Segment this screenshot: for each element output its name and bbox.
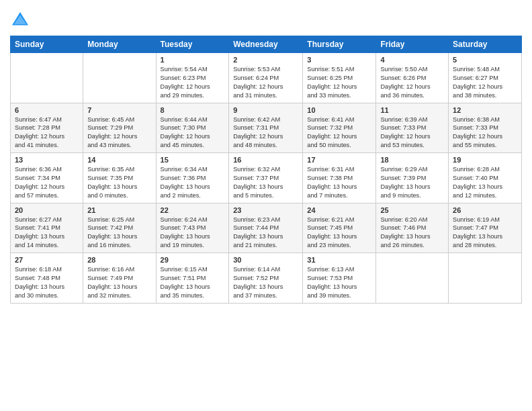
- day-number: 29: [161, 256, 225, 264]
- cell-line: Daylight: 12 hours: [453, 83, 517, 91]
- cell-line: Daylight: 13 hours: [161, 183, 225, 191]
- cell-line: Daylight: 12 hours: [161, 132, 225, 141]
- cell-line: and 26 minutes.: [380, 241, 444, 250]
- cell-line: Daylight: 12 hours: [380, 83, 444, 91]
- calendar-cell: 4Sunrise: 5:50 AMSunset: 6:26 PMDaylight…: [376, 53, 449, 103]
- cell-line: Daylight: 13 hours: [15, 232, 79, 241]
- day-number: 13: [15, 156, 79, 164]
- cell-line: Sunrise: 6:25 AM: [87, 216, 151, 224]
- cell-line: and 0 minutes.: [87, 191, 151, 200]
- calendar-cell: 19Sunrise: 6:28 AMSunset: 7:40 PMDayligh…: [449, 153, 522, 203]
- cell-line: Sunset: 7:42 PM: [87, 224, 151, 232]
- calendar-cell: 11Sunrise: 6:39 AMSunset: 7:33 PMDayligh…: [376, 103, 449, 153]
- cell-content: Sunrise: 6:47 AMSunset: 7:28 PMDaylight:…: [15, 116, 79, 150]
- calendar-cell: 30Sunrise: 6:14 AMSunset: 7:52 PMDayligh…: [229, 253, 303, 304]
- cell-line: Sunrise: 6:20 AM: [380, 216, 444, 224]
- calendar-cell: 22Sunrise: 6:24 AMSunset: 7:43 PMDayligh…: [156, 203, 229, 253]
- calendar-cell: 17Sunrise: 6:31 AMSunset: 7:38 PMDayligh…: [303, 153, 376, 203]
- weekday-header-row: SundayMondayTuesdayWednesdayThursdayFrid…: [11, 36, 522, 53]
- cell-line: Daylight: 12 hours: [307, 83, 371, 91]
- cell-line: Sunrise: 6:19 AM: [453, 216, 517, 224]
- weekday-saturday: Saturday: [449, 36, 522, 53]
- cell-line: Sunset: 6:23 PM: [161, 74, 225, 83]
- cell-line: Sunset: 7:39 PM: [380, 174, 444, 183]
- calendar-row-4: 20Sunrise: 6:27 AMSunset: 7:41 PMDayligh…: [11, 203, 522, 253]
- cell-line: and 32 minutes.: [87, 291, 151, 300]
- cell-line: and 31 minutes.: [233, 91, 298, 100]
- cell-line: Sunset: 7:41 PM: [15, 224, 79, 232]
- cell-content: Sunrise: 6:16 AMSunset: 7:49 PMDaylight:…: [87, 265, 151, 300]
- calendar-cell: 10Sunrise: 6:41 AMSunset: 7:32 PMDayligh…: [303, 103, 376, 153]
- header: [10, 7, 522, 30]
- cell-line: Sunset: 7:46 PM: [380, 224, 444, 232]
- calendar-cell: 20Sunrise: 6:27 AMSunset: 7:41 PMDayligh…: [11, 203, 83, 253]
- cell-line: and 14 minutes.: [15, 241, 79, 250]
- calendar-cell: [11, 53, 83, 103]
- day-number: 18: [380, 156, 444, 164]
- cell-content: Sunrise: 6:44 AMSunset: 7:30 PMDaylight:…: [161, 116, 225, 150]
- logo: [10, 10, 33, 30]
- cell-line: Sunset: 7:48 PM: [15, 274, 79, 283]
- day-number: 20: [15, 206, 79, 214]
- cell-content: Sunrise: 6:31 AMSunset: 7:38 PMDaylight:…: [307, 165, 371, 200]
- calendar-cell: 21Sunrise: 6:25 AMSunset: 7:42 PMDayligh…: [83, 203, 156, 253]
- cell-line: Daylight: 12 hours: [380, 132, 444, 141]
- calendar-cell: 26Sunrise: 6:19 AMSunset: 7:47 PMDayligh…: [449, 203, 522, 253]
- cell-line: Daylight: 13 hours: [307, 183, 371, 191]
- calendar-cell: 16Sunrise: 6:32 AMSunset: 7:37 PMDayligh…: [229, 153, 303, 203]
- day-number: 23: [233, 206, 298, 214]
- calendar-cell: 1Sunrise: 5:54 AMSunset: 6:23 PMDaylight…: [156, 53, 229, 103]
- cell-content: Sunrise: 6:13 AMSunset: 7:53 PMDaylight:…: [307, 265, 371, 300]
- cell-content: Sunrise: 6:15 AMSunset: 7:51 PMDaylight:…: [161, 265, 225, 300]
- cell-line: and 30 minutes.: [15, 291, 79, 300]
- day-number: 25: [380, 206, 444, 214]
- cell-line: and 9 minutes.: [380, 191, 444, 200]
- calendar-cell: 25Sunrise: 6:20 AMSunset: 7:46 PMDayligh…: [376, 203, 449, 253]
- cell-content: Sunrise: 6:32 AMSunset: 7:37 PMDaylight:…: [233, 165, 298, 200]
- cell-line: and 38 minutes.: [453, 91, 517, 100]
- cell-line: Sunset: 7:31 PM: [233, 124, 298, 132]
- cell-line: and 50 minutes.: [307, 141, 371, 150]
- day-number: 5: [453, 56, 517, 64]
- cell-line: Sunset: 7:44 PM: [233, 224, 298, 232]
- day-number: 30: [233, 256, 298, 264]
- calendar-cell: 5Sunrise: 5:48 AMSunset: 6:27 PMDaylight…: [449, 53, 522, 103]
- calendar-cell: 28Sunrise: 6:16 AMSunset: 7:49 PMDayligh…: [83, 253, 156, 304]
- cell-line: Sunrise: 6:47 AM: [15, 116, 79, 124]
- calendar-cell: 2Sunrise: 5:53 AMSunset: 6:24 PMDaylight…: [229, 53, 303, 103]
- weekday-wednesday: Wednesday: [229, 36, 303, 53]
- cell-content: Sunrise: 5:54 AMSunset: 6:23 PMDaylight:…: [161, 65, 225, 100]
- cell-line: and 53 minutes.: [380, 141, 444, 150]
- logo-icon: [10, 10, 30, 30]
- cell-line: Sunrise: 6:45 AM: [87, 116, 151, 124]
- weekday-monday: Monday: [83, 36, 156, 53]
- cell-line: Sunrise: 6:44 AM: [161, 116, 225, 124]
- cell-line: Daylight: 13 hours: [233, 283, 298, 291]
- cell-line: and 57 minutes.: [15, 191, 79, 200]
- cell-line: Daylight: 13 hours: [161, 232, 225, 241]
- cell-line: Daylight: 13 hours: [15, 283, 79, 291]
- cell-line: Sunset: 7:28 PM: [15, 124, 79, 132]
- cell-line: Daylight: 12 hours: [161, 83, 225, 91]
- day-number: 16: [233, 156, 298, 164]
- cell-line: Daylight: 13 hours: [233, 183, 298, 191]
- cell-line: and 33 minutes.: [307, 91, 371, 100]
- cell-line: Sunrise: 6:36 AM: [15, 165, 79, 174]
- cell-content: Sunrise: 6:42 AMSunset: 7:31 PMDaylight:…: [233, 116, 298, 150]
- cell-line: Sunrise: 6:42 AM: [233, 116, 298, 124]
- day-number: 21: [87, 206, 151, 214]
- day-number: 14: [87, 156, 151, 164]
- cell-line: Sunset: 7:30 PM: [161, 124, 225, 132]
- cell-content: Sunrise: 6:39 AMSunset: 7:33 PMDaylight:…: [380, 116, 444, 150]
- calendar-cell: 29Sunrise: 6:15 AMSunset: 7:51 PMDayligh…: [156, 253, 229, 304]
- calendar-cell: [449, 253, 522, 304]
- cell-line: Sunrise: 5:54 AM: [161, 65, 225, 74]
- cell-line: Daylight: 13 hours: [87, 232, 151, 241]
- cell-line: Sunrise: 6:13 AM: [307, 265, 371, 274]
- cell-line: Sunrise: 6:15 AM: [161, 265, 225, 274]
- day-number: 15: [161, 156, 225, 164]
- day-number: 22: [161, 206, 225, 214]
- cell-line: Daylight: 12 hours: [87, 132, 151, 141]
- calendar-cell: 12Sunrise: 6:38 AMSunset: 7:33 PMDayligh…: [449, 103, 522, 153]
- calendar-row-3: 13Sunrise: 6:36 AMSunset: 7:34 PMDayligh…: [11, 153, 522, 203]
